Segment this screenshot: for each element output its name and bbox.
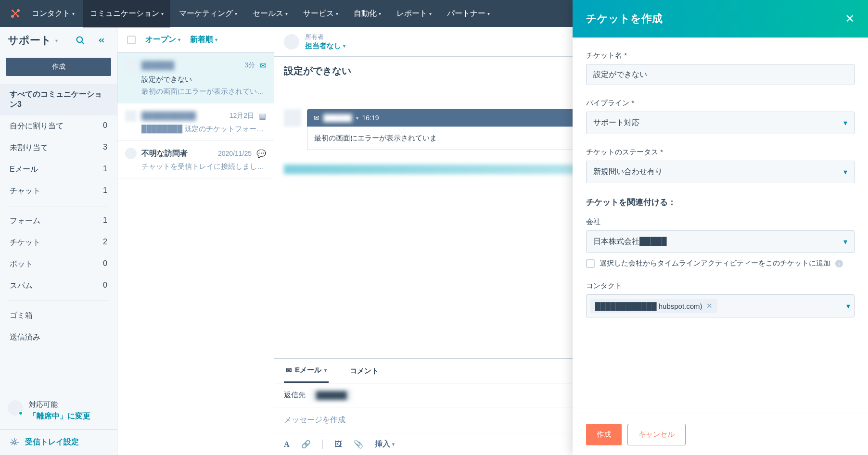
caret-down-icon: ▾ (161, 11, 164, 16)
search-icon[interactable] (73, 33, 88, 48)
create-ticket-panel: チケットを作成 ✕ チケット名 * パイプライン * サポート対応▾ チケットの… (573, 0, 868, 455)
status-select[interactable]: 新規問い合わせ有り▾ (586, 161, 855, 183)
ticket-name-input[interactable] (586, 64, 855, 85)
contact-tag: ████████████ hubspot.com) ✕ (590, 299, 717, 313)
insert-button[interactable]: 挿入▾ (375, 439, 395, 449)
caret-down-icon: ▾ (846, 302, 850, 311)
contact-select[interactable]: ████████████ hubspot.com) ✕ ▾ (586, 294, 855, 317)
create-ticket-button[interactable]: 作成 (586, 424, 622, 445)
caret-down-icon: ▾ (843, 167, 847, 177)
conversation-item[interactable]: ██████████ 12月2日 ▤ ████████ 既定のチケットフォーム … (117, 103, 274, 141)
pipeline-select[interactable]: サポート対応▾ (586, 112, 855, 134)
sender-avatar (284, 109, 301, 126)
availability-status: 対応可能 「離席中」に変更 (0, 392, 117, 429)
ticket-name-label: チケット名 * (586, 51, 855, 60)
status-label: チケットのステータス * (586, 148, 855, 157)
associate-section-title: チケットを関連付ける： (586, 197, 855, 208)
image-icon[interactable]: 🖼 (334, 440, 342, 449)
font-icon[interactable]: A (284, 440, 290, 449)
caret-down-icon: ▾ (429, 11, 432, 16)
nav-contacts[interactable]: コンタクト▾ (25, 0, 81, 27)
conversation-item[interactable]: ██████ 3分 ✉ 設定ができない 最初の画面にエラーが表示されてい… (117, 53, 274, 103)
caret-down-icon: ▾ (336, 11, 338, 16)
caret-down-icon: ▾ (285, 11, 288, 16)
folder-form[interactable]: フォーム1 (0, 210, 117, 232)
panel-title: チケットを作成 (586, 12, 663, 26)
reply-to-label: 返信先 (284, 391, 306, 400)
caret-down-icon: ▾ (843, 118, 847, 127)
folder-sent[interactable]: 送信済み (0, 327, 117, 348)
owner-avatar (284, 34, 299, 50)
user-avatar (8, 400, 23, 416)
chat-icon: 💬 (256, 149, 266, 158)
nav-partner[interactable]: パートナー▾ (440, 0, 497, 27)
nav-automation[interactable]: 自動化▾ (347, 0, 388, 27)
caret-down-icon: ▾ (235, 11, 237, 16)
gear-icon (10, 438, 19, 447)
folder-trash[interactable]: ゴミ箱 (0, 305, 117, 327)
nav-communications[interactable]: コミュニケーション▾ (83, 0, 170, 27)
collapse-icon[interactable] (94, 33, 109, 48)
contact-avatar (125, 148, 137, 159)
contact-avatar (125, 60, 137, 71)
company-timeline-label: 選択した会社からタイムラインアクティビティーをこのチケットに追加 (600, 259, 830, 268)
owner-selector[interactable]: 担当者なし▾ (305, 41, 345, 51)
svg-line-5 (82, 42, 84, 44)
folder-ticket[interactable]: チケット2 (0, 232, 117, 253)
sort-filter[interactable]: 新着順▾ (190, 35, 217, 45)
folder-spam[interactable]: スパム0 (0, 275, 117, 297)
remove-tag-icon[interactable]: ✕ (706, 302, 713, 310)
contact-avatar (125, 110, 137, 122)
caret-down-icon: ▾ (843, 237, 847, 246)
folder-email[interactable]: Eメール1 (0, 159, 117, 180)
folder-bot[interactable]: ボット0 (0, 253, 117, 275)
nav-reports[interactable]: レポート▾ (390, 0, 438, 27)
status-filter[interactable]: オープン▾ (145, 35, 180, 45)
nav-sales[interactable]: セールス▾ (246, 0, 294, 27)
caret-down-icon: ▾ (72, 11, 75, 16)
contact-label: コンタクト (586, 281, 855, 291)
sidebar: サポート▾ 作成 すべてのコミュニケーション3 自分に割り当て0 未割り当て3 … (0, 27, 117, 455)
conversation-list: オープン▾ 新着順▾ ██████ 3分 ✉ 設定ができない 最初の画面にエラー… (117, 27, 274, 455)
folder-unassigned[interactable]: 未割り当て3 (0, 137, 117, 159)
comment-tab[interactable]: コメント (348, 359, 381, 383)
svg-point-4 (77, 37, 83, 43)
select-all-checkbox[interactable] (127, 36, 136, 44)
company-label: 会社 (586, 217, 855, 227)
pipeline-label: パイプライン * (586, 99, 855, 108)
cancel-button[interactable]: キャンセル (627, 424, 686, 445)
company-timeline-checkbox[interactable] (586, 259, 595, 268)
attachment-icon[interactable]: 📎 (354, 440, 363, 449)
status-available: 対応可能 (29, 400, 90, 409)
form-icon: ▤ (259, 112, 266, 121)
mail-icon: ✉ (286, 366, 292, 375)
caret-down-icon: ▾ (379, 11, 381, 16)
close-icon[interactable]: ✕ (845, 12, 855, 25)
create-button[interactable]: 作成 (6, 58, 111, 76)
caret-down-icon: ▾ (55, 38, 58, 43)
hubspot-logo[interactable] (8, 6, 23, 21)
folder-chat[interactable]: チャット1 (0, 180, 117, 202)
status-change-link[interactable]: 「離席中」に変更 (29, 411, 90, 421)
info-icon[interactable]: i (835, 260, 843, 267)
owner-label: 所有者 (305, 33, 345, 41)
inbox-selector[interactable]: サポート▾ (8, 33, 67, 48)
folder-assigned[interactable]: 自分に割り当て0 (0, 115, 117, 137)
folder-all[interactable]: すべてのコミュニケーション3 (0, 84, 117, 115)
nav-service[interactable]: サービス▾ (296, 0, 345, 27)
caret-down-icon: ▾ (487, 11, 490, 16)
conversation-item[interactable]: 不明な訪問者 2020/11/25 💬 チャットを受信トレイに接続しました。 今… (117, 141, 274, 178)
mail-icon: ✉ (260, 61, 266, 70)
company-select[interactable]: 日本株式会社█████▾ (586, 230, 855, 253)
reply-to-chip[interactable]: ██████ (311, 389, 352, 401)
email-tab[interactable]: ✉Eメール▾ (284, 359, 329, 383)
nav-marketing[interactable]: マーケティング▾ (172, 0, 244, 27)
inbox-settings-link[interactable]: 受信トレイ設定 (0, 429, 117, 455)
link-icon[interactable]: 🔗 (301, 440, 311, 449)
mail-icon: ✉ (314, 114, 319, 122)
